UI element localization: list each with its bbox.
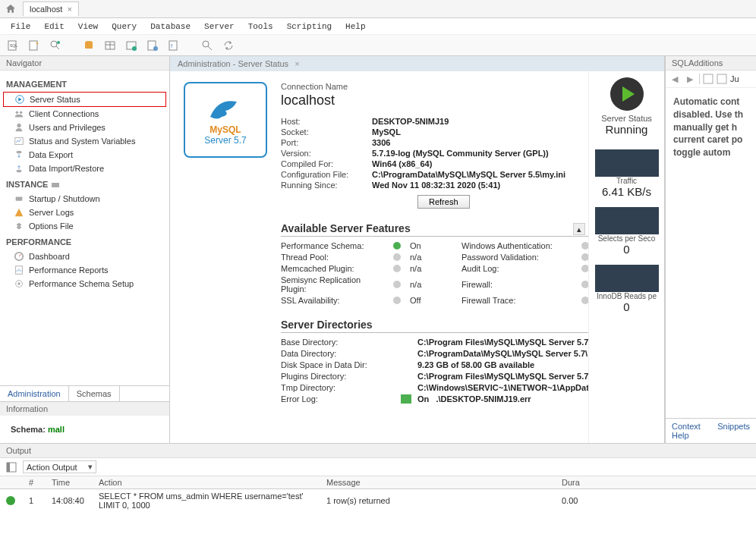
server-status-value: Running	[606, 123, 648, 136]
back-icon[interactable]: ◀	[669, 74, 681, 84]
conn-row: Port:3306	[281, 137, 588, 148]
home-icon[interactable]	[5, 3, 17, 15]
svg-point-18	[17, 124, 20, 127]
status-dot	[393, 281, 401, 288]
nav-data-export[interactable]: Data Export	[3, 148, 166, 162]
menu-edit[interactable]: Edit	[38, 20, 70, 33]
selects-sparkline	[595, 207, 659, 234]
section-performance: PERFORMANCE	[3, 233, 166, 250]
information-header: Information	[0, 401, 169, 416]
selects-label: Selects per Seco	[598, 234, 656, 243]
dolphin-icon	[206, 94, 244, 124]
output-panel-icon[interactable]	[6, 462, 17, 473]
svg-point-21	[17, 170, 22, 173]
svg-rect-29	[717, 74, 726, 83]
svg-point-11	[153, 46, 158, 51]
svg-rect-28	[704, 74, 713, 83]
svg-point-17	[20, 112, 23, 115]
nav-options-file[interactable]: Options File	[3, 219, 166, 233]
mysql-logo: MySQL Server 5.7	[184, 82, 267, 158]
menu-file[interactable]: File	[5, 20, 36, 33]
nav-server-status[interactable]: Server Status	[3, 92, 166, 107]
toolbar-create-procedure-icon[interactable]	[144, 37, 161, 54]
toolbar-create-function-icon[interactable]: f	[165, 37, 182, 54]
scroll-up-icon[interactable]: ▴	[573, 223, 585, 235]
status-dot	[581, 265, 588, 272]
nav-tab-administration[interactable]: Administration	[0, 386, 69, 401]
status-dot	[581, 297, 588, 304]
menubar: File Edit View Query Database Server Too…	[0, 18, 756, 35]
nav-users-privileges[interactable]: Users and Privileges	[3, 121, 166, 134]
toolbar-search-icon[interactable]	[199, 37, 216, 54]
svg-point-16	[16, 112, 19, 115]
navigator-header: Navigator	[0, 56, 169, 71]
schema-value: mall	[48, 425, 65, 434]
toolbar-open-sql-icon[interactable]	[26, 37, 43, 54]
section-management: MANAGEMENT	[3, 75, 166, 92]
svg-point-3	[51, 41, 57, 47]
tab-context-help[interactable]: Context Help	[666, 419, 711, 443]
toolbar-new-sql-icon[interactable]: SQL	[5, 37, 21, 54]
conn-row: Socket:MySQL	[281, 127, 588, 137]
traffic-label: Traffic	[616, 177, 637, 185]
admin-tab[interactable]: Administration - Server Status ×	[170, 56, 664, 71]
svg-point-27	[17, 282, 20, 285]
svg-point-4	[57, 41, 60, 44]
close-icon[interactable]: ×	[295, 59, 299, 68]
nav-perf-reports[interactable]: Performance Reports	[3, 263, 166, 277]
nav-server-logs[interactable]: Server Logs	[3, 206, 166, 219]
toolbar-create-view-icon[interactable]	[123, 37, 140, 54]
connection-tab[interactable]: localhost ×	[23, 2, 79, 16]
svg-point-20	[17, 151, 22, 154]
toolbar-create-schema-icon[interactable]	[80, 37, 97, 54]
information-body: Schema: mall	[0, 416, 169, 443]
nav-dashboard[interactable]: Dashboard	[3, 250, 166, 263]
conn-row: Running Since:Wed Nov 11 08:32:31 2020 (…	[281, 180, 588, 190]
server-status-icon[interactable]	[610, 77, 644, 111]
traffic-sparkline	[595, 149, 659, 177]
status-dot	[581, 253, 588, 261]
toolbar-create-table-icon[interactable]	[102, 37, 118, 54]
tab-snippets[interactable]: Snippets	[711, 419, 756, 443]
menu-database[interactable]: Database	[144, 20, 197, 33]
svg-rect-22	[52, 183, 59, 187]
innodb-sparkline	[595, 265, 659, 292]
selects-value: 0	[623, 243, 629, 256]
nav-data-import[interactable]: Data Import/Restore	[3, 162, 166, 175]
status-dot	[393, 297, 401, 304]
svg-rect-2	[30, 41, 37, 50]
refresh-button[interactable]: Refresh	[417, 195, 470, 209]
nav-perf-schema-setup[interactable]: Performance Schema Setup	[3, 277, 166, 291]
output-selector[interactable]: Action Output	[23, 460, 96, 473]
innodb-label: InnoDB Reads pe	[597, 292, 657, 300]
toolbar-inspector-icon[interactable]	[47, 37, 64, 54]
menu-tools[interactable]: Tools	[242, 20, 279, 33]
help-toolbar-icon-2[interactable]	[717, 74, 727, 84]
svg-point-14	[203, 41, 209, 47]
instance-icon	[51, 180, 60, 189]
nav-tab-schemas[interactable]: Schemas	[69, 386, 120, 401]
forward-icon[interactable]: ▶	[684, 74, 696, 84]
menu-view[interactable]: View	[72, 20, 104, 33]
conn-row: Version:5.7.19-log (MySQL Community Serv…	[281, 148, 588, 159]
menu-scripting[interactable]: Scripting	[281, 20, 338, 33]
help-toolbar-icon[interactable]	[703, 74, 713, 84]
conn-row: Compiled For:Win64 (x86_64)	[281, 159, 588, 169]
features-heading: Available Server Features	[281, 222, 588, 237]
svg-rect-23	[16, 196, 23, 200]
nav-status-vars[interactable]: Status and System Variables	[3, 134, 166, 148]
svg-point-9	[132, 46, 137, 51]
traffic-value: 6.41 KB/s	[602, 185, 651, 198]
nav-startup-shutdown[interactable]: Startup / Shutdown	[3, 192, 166, 206]
menu-server[interactable]: Server	[198, 20, 241, 33]
section-instance: INSTANCE	[3, 175, 166, 192]
svg-rect-19	[15, 138, 24, 145]
output-header: Output	[0, 444, 756, 458]
toolbar-reconnect-icon[interactable]	[220, 37, 237, 54]
menu-help[interactable]: Help	[339, 20, 371, 33]
status-dot	[401, 394, 411, 404]
close-icon[interactable]: ×	[67, 5, 71, 14]
nav-client-connections[interactable]: Client Connections	[3, 107, 166, 121]
menu-query[interactable]: Query	[106, 20, 143, 33]
output-row[interactable]: 1 14:08:40 SELECT * FROM ums_admin WHERE…	[0, 489, 756, 512]
